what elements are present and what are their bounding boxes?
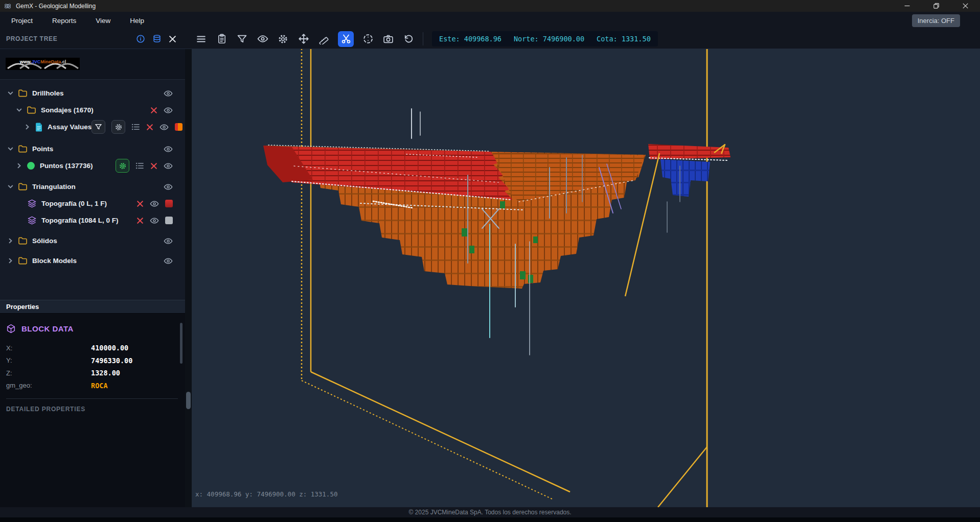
eye-icon[interactable] (164, 256, 173, 266)
property-value: 410000.00 (91, 344, 128, 352)
tree-item-topografia-1[interactable]: Topografía (0 L, 1 F) (0, 195, 185, 212)
list-icon[interactable] (131, 123, 140, 131)
tree-item-triangulation[interactable]: Triangulation (0, 178, 185, 195)
chevron-down-icon[interactable] (7, 90, 16, 97)
color-swatch[interactable] (165, 217, 173, 224)
close-button[interactable] (951, 0, 980, 12)
properties-title: Properties (6, 303, 39, 311)
detailed-properties-header[interactable]: DETAILED PROPERTIES (6, 406, 178, 413)
settings-gear-icon[interactable] (277, 33, 289, 45)
tree-item-sondajes[interactable]: Sondajes (1670) (0, 102, 185, 118)
camera-icon[interactable] (382, 33, 395, 45)
chevron-down-icon[interactable] (16, 107, 25, 113)
filter-button[interactable] (92, 120, 105, 134)
remove-icon[interactable] (150, 107, 157, 114)
viewport-status-coordinates: x: 409968.96 y: 7496900.00 z: 1331.50 (195, 490, 337, 498)
bottom-strip (0, 517, 980, 522)
tree-item-drillholes[interactable]: Drillholes (0, 85, 185, 102)
properties-panel: Properties BLOCK DATA X: 410000.00 Y: 74… (0, 300, 185, 507)
slice-scissors-button[interactable] (338, 31, 354, 47)
tree-item-assay-values[interactable]: Assay Values (0, 118, 185, 135)
jvcminedata-logo: www.JVCMineData.cl (6, 58, 80, 70)
properties-header[interactable]: Properties (0, 300, 185, 314)
color-swatch[interactable] (165, 200, 173, 207)
property-label: Z: (6, 369, 91, 377)
project-tree-panel: www.JVCMineData.cl Drillholes (0, 49, 185, 507)
project-tree: Drillholes Sondajes (1670) (0, 80, 185, 300)
tree-item-label: Puntos (137736) (40, 162, 93, 170)
inertia-toggle-button[interactable]: Inercia: OFF (912, 14, 960, 27)
property-label: gm_geo: (6, 382, 91, 389)
menu-view[interactable]: View (86, 17, 120, 25)
eye-icon[interactable] (164, 145, 173, 154)
info-icon[interactable] (136, 34, 145, 43)
remove-icon[interactable] (150, 162, 157, 170)
property-row-y: Y: 7496330.00 (6, 354, 178, 367)
menu-project[interactable]: Project (2, 17, 42, 25)
color-swatch[interactable] (175, 123, 183, 131)
block-data-title: BLOCK DATA (21, 324, 74, 333)
folder-icon (18, 256, 28, 265)
close-panel-icon[interactable] (169, 35, 176, 43)
viewport-3d[interactable]: x: 409968.96 y: 7496900.00 z: 1331.50 (185, 49, 980, 507)
sidebar-scrollbar-track[interactable] (185, 49, 192, 507)
chevron-right-icon[interactable] (24, 124, 33, 130)
tree-item-label: Assay Values (48, 123, 92, 131)
project-tree-title: PROJECT TREE (6, 35, 57, 42)
remove-icon[interactable] (136, 217, 144, 224)
properties-scrollbar[interactable] (180, 323, 183, 364)
tree-item-label: Topografía (0 L, 1 F) (41, 200, 107, 207)
eye-icon[interactable] (150, 199, 159, 208)
property-label: Y: (6, 357, 91, 364)
menu-reports[interactable]: Reports (42, 17, 86, 25)
tree-item-label: Points (32, 145, 53, 153)
eye-icon[interactable] (256, 33, 269, 45)
eye-icon[interactable] (164, 106, 173, 115)
app-window: GemX - Geological Modelling Project Repo… (0, 0, 980, 522)
este-coordinate: Este: 409968.96 (439, 35, 502, 43)
properties-body: BLOCK DATA X: 410000.00 Y: 7496330.00 Z:… (0, 314, 185, 507)
database-icon[interactable] (152, 34, 162, 43)
list-icon[interactable] (135, 162, 144, 170)
maximize-button[interactable] (922, 0, 951, 12)
chevron-right-icon[interactable] (7, 238, 16, 244)
clipboard-icon[interactable] (215, 33, 228, 45)
divider (6, 398, 178, 399)
tree-item-solidos[interactable]: Sólidos (0, 232, 185, 249)
tree-item-block-models[interactable]: Block Models (0, 252, 185, 269)
aperture-target-icon[interactable] (361, 33, 374, 45)
geological-model-scene[interactable] (192, 49, 980, 507)
eye-icon[interactable] (164, 161, 173, 171)
svg-text:www.JVCMineData.cl: www.JVCMineData.cl (19, 59, 66, 64)
move-icon[interactable] (297, 33, 310, 45)
gear-button-active[interactable] (116, 159, 129, 173)
eye-icon[interactable] (150, 216, 159, 225)
tree-item-label: Sondajes (1670) (41, 106, 94, 114)
chevron-down-icon[interactable] (7, 183, 16, 190)
remove-icon[interactable] (136, 200, 144, 207)
folder-icon (18, 145, 28, 153)
chevron-right-icon[interactable] (7, 257, 16, 264)
tree-item-topografia-2[interactable]: Topografía (1084 L, 0 F) (0, 212, 185, 229)
sidebar-scrollbar-thumb[interactable] (186, 392, 191, 409)
app-logo-icon (4, 3, 11, 10)
menu-help[interactable]: Help (120, 17, 154, 25)
eye-icon[interactable] (164, 89, 173, 98)
chevron-right-icon[interactable] (16, 162, 25, 169)
remove-icon[interactable] (146, 124, 153, 131)
tree-item-label: Triangulation (32, 183, 76, 191)
eye-icon[interactable] (164, 182, 173, 192)
property-value: ROCA (91, 382, 108, 390)
reset-rotate-icon[interactable] (402, 33, 415, 45)
menu-hamburger-icon[interactable] (195, 33, 208, 45)
chevron-down-icon[interactable] (7, 146, 16, 152)
filter-icon[interactable] (236, 33, 248, 45)
eye-icon[interactable] (164, 236, 173, 246)
minimize-button[interactable] (893, 0, 922, 12)
gear-button[interactable] (111, 120, 125, 134)
header-row: PROJECT TREE (0, 29, 980, 49)
tree-item-points[interactable]: Points (0, 140, 185, 157)
tree-item-puntos[interactable]: Puntos (137736) (0, 157, 185, 174)
ruler-icon[interactable] (317, 33, 330, 45)
eye-icon[interactable] (159, 123, 169, 132)
